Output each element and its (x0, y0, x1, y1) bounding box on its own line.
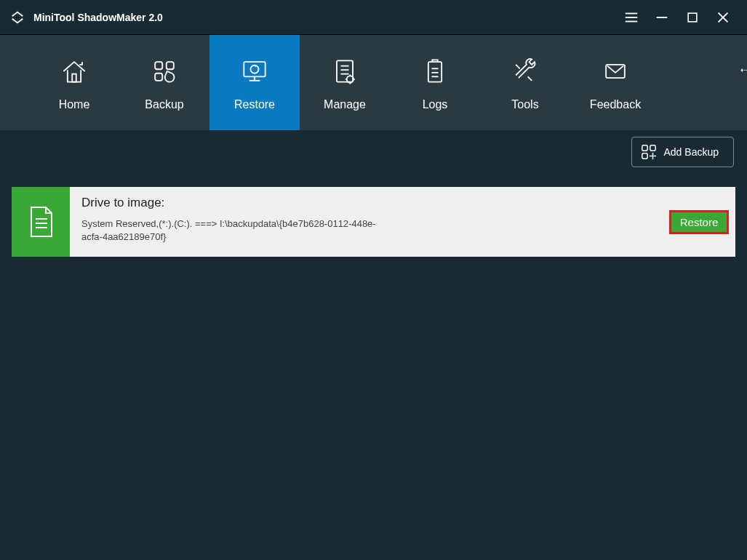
app-title: MiniTool ShadowMaker 2.0 (33, 12, 163, 23)
nav-manage-label: Manage (324, 98, 366, 111)
svg-rect-8 (155, 62, 162, 69)
nav-feedback[interactable]: Feedback (570, 35, 660, 130)
backup-card-icon-area (12, 187, 70, 257)
nav-manage[interactable]: Manage (300, 35, 390, 130)
document-icon (25, 204, 56, 239)
add-backup-label: Add Backup (664, 146, 719, 158)
tools-icon (509, 55, 541, 88)
nav-tools-label: Tools (511, 98, 538, 111)
nav-home-label: Home (59, 98, 90, 111)
close-button[interactable] (708, 0, 738, 35)
nav-feedback-label: Feedback (590, 98, 641, 111)
svg-rect-25 (642, 145, 647, 151)
backup-card: Drive to image: System Reserved,(*:).(C:… (12, 187, 735, 257)
svg-rect-11 (244, 62, 265, 76)
backup-card-action-area: Restore (663, 187, 735, 257)
nav-logs-label: Logs (423, 98, 448, 111)
close-icon (715, 9, 731, 25)
feedback-icon (599, 55, 631, 88)
add-backup-button[interactable]: Add Backup (631, 137, 735, 167)
nav-restore[interactable]: Restore (209, 35, 300, 130)
minimize-icon (654, 9, 670, 25)
restore-button[interactable]: Restore (669, 210, 730, 234)
home-icon (58, 55, 90, 88)
maximize-button[interactable] (677, 0, 708, 35)
svg-rect-10 (155, 73, 162, 80)
menu-button[interactable] (616, 0, 647, 35)
restore-icon (239, 55, 271, 88)
svg-point-14 (251, 65, 259, 73)
backup-icon (148, 55, 180, 88)
hamburger-icon (623, 9, 639, 25)
toolbar: Add Backup (0, 130, 747, 174)
title-bar: MiniTool ShadowMaker 2.0 (0, 0, 747, 35)
nav-logs[interactable]: Logs (390, 35, 480, 130)
app-logo-icon (9, 9, 26, 26)
main-nav: Home Backup Restore Manage Logs Tools (0, 35, 747, 130)
right-edge-arrow-icon: ⇠ (740, 65, 747, 75)
add-backup-icon (641, 144, 657, 160)
nav-home[interactable]: Home (29, 35, 119, 130)
svg-rect-26 (650, 145, 655, 151)
manage-icon (329, 55, 361, 88)
nav-tools[interactable]: Tools (480, 35, 570, 130)
svg-rect-15 (337, 60, 353, 81)
maximize-icon (685, 10, 700, 25)
nav-backup[interactable]: Backup (119, 35, 209, 130)
minimize-button[interactable] (647, 0, 677, 35)
svg-rect-27 (642, 153, 647, 159)
nav-backup-label: Backup (145, 98, 183, 111)
backup-card-detail: System Reserved,(*:).(C:). ===> I:\backu… (81, 217, 387, 243)
backup-card-body: Drive to image: System Reserved,(*:).(C:… (70, 187, 663, 257)
svg-rect-4 (688, 13, 697, 22)
backup-card-title: Drive to image: (81, 196, 651, 210)
svg-rect-9 (167, 62, 174, 69)
svg-rect-7 (72, 73, 76, 81)
nav-restore-label: Restore (234, 98, 275, 111)
logs-icon (419, 55, 451, 88)
